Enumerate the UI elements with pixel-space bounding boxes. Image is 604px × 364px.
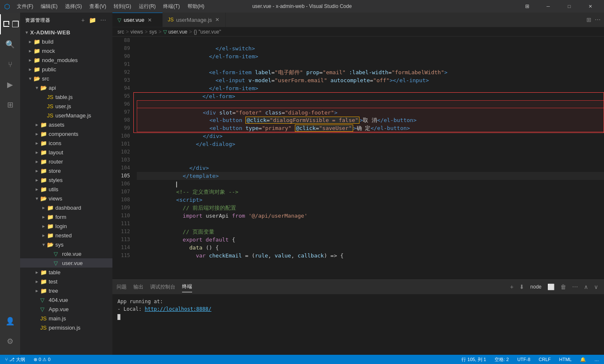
panel-tab-debug[interactable]: 调试控制台 bbox=[150, 282, 175, 292]
more-tab-actions-btn[interactable]: ⋯ bbox=[595, 16, 601, 23]
tree-item-table-js[interactable]: JS table.js bbox=[20, 92, 112, 101]
menu-run[interactable]: 运行(R) bbox=[135, 2, 159, 11]
code-content[interactable]: </el-switch> </el-form-item> <el-form-it… bbox=[133, 36, 604, 279]
tree-item-assets[interactable]: ► 📁 assets bbox=[20, 120, 112, 129]
more-actions-btn[interactable]: ⋯ bbox=[99, 16, 107, 24]
panel-trash-btn[interactable]: 🗑 bbox=[559, 283, 568, 291]
split-editor-btn[interactable]: ⊞ bbox=[586, 16, 591, 23]
status-position[interactable]: 行 105, 列 1 bbox=[460, 355, 488, 364]
menu-file[interactable]: 文件(F) bbox=[13, 2, 36, 11]
menu-help[interactable]: 帮助(H) bbox=[184, 2, 208, 11]
window-close-btn[interactable]: ✕ bbox=[581, 0, 600, 13]
tree-item-usermanage-js[interactable]: JS userManage.js bbox=[20, 111, 112, 120]
tab-close-user-vue[interactable]: ✕ bbox=[147, 16, 153, 24]
js-icon-user: JS bbox=[47, 103, 54, 109]
activity-explorer[interactable]: ❐ bbox=[0, 14, 20, 34]
chevron-build: ► bbox=[27, 39, 34, 44]
line-num-104: 104 bbox=[121, 164, 130, 172]
activity-git[interactable]: ⑂ bbox=[0, 55, 20, 75]
panel-tab-output[interactable]: 输出 bbox=[133, 282, 143, 292]
terminal-localhost-link[interactable]: http://localhost:8888/ bbox=[145, 306, 211, 312]
tab-close-usermanage[interactable]: ✕ bbox=[214, 16, 220, 23]
tree-item-form[interactable]: ► 📁 form bbox=[20, 212, 112, 221]
tree-item-views[interactable]: ▼ 📂 views bbox=[20, 194, 112, 203]
tree-item-404-vue[interactable]: ▽ 404.vue bbox=[20, 295, 112, 304]
window-layouts-btn[interactable]: ⊞ bbox=[518, 0, 537, 13]
menu-terminal[interactable]: 终端(T) bbox=[160, 2, 183, 11]
status-notification[interactable]: … bbox=[593, 355, 601, 364]
new-folder-btn[interactable]: 📁 bbox=[88, 16, 97, 24]
vue-icon-role: ▽ bbox=[54, 251, 60, 257]
breadcrumb-views[interactable]: views bbox=[130, 29, 143, 35]
tree-item-public[interactable]: ► 📁 public bbox=[20, 65, 112, 74]
tab-label-user-vue: user.vue bbox=[124, 17, 144, 23]
folder-icon-test: 📁 bbox=[40, 278, 47, 285]
status-branch[interactable]: ⑂ ⎇ 大纲 bbox=[3, 355, 27, 364]
tree-root[interactable]: ▼ X-ADMIN-WEB bbox=[20, 28, 112, 37]
tree-item-tree[interactable]: ► 📁 tree bbox=[20, 286, 112, 295]
panel-up-btn[interactable]: ∧ bbox=[582, 283, 590, 291]
tree-item-main-js[interactable]: JS main.js bbox=[20, 314, 112, 323]
tree-item-build[interactable]: ► 📁 build bbox=[20, 37, 112, 46]
tree-item-sys[interactable]: ▼ 📂 sys bbox=[20, 240, 112, 249]
tree-item-store[interactable]: ► 📁 store bbox=[20, 166, 112, 175]
tree-item-icons[interactable]: ► 📁 icons bbox=[20, 138, 112, 148]
tree-item-utils[interactable]: ► 📁 utils bbox=[20, 185, 112, 194]
tree-item-app-vue[interactable]: ▽ App.vue bbox=[20, 304, 112, 314]
tree-item-user-js[interactable]: JS user.js bbox=[20, 101, 112, 111]
tree-item-layout[interactable]: ► 📁 layout bbox=[20, 148, 112, 157]
panel-tab-problems[interactable]: 问题 bbox=[117, 282, 127, 292]
tree-item-test[interactable]: ► 📁 test bbox=[20, 277, 112, 286]
breadcrumb-src[interactable]: src bbox=[117, 29, 124, 35]
tab-user-vue[interactable]: ▽ user.vue ✕ bbox=[112, 13, 163, 27]
activity-settings[interactable]: ⚙ bbox=[0, 331, 20, 351]
tree-item-api[interactable]: ▼ 📂 api bbox=[20, 83, 112, 92]
tree-item-node-modules[interactable]: ► 📁 node_modules bbox=[20, 55, 112, 65]
menu-view[interactable]: 查看(V) bbox=[86, 2, 109, 11]
panel-tab-terminal[interactable]: 终端 bbox=[182, 281, 192, 292]
menu-edit[interactable]: 编辑(E) bbox=[37, 2, 61, 11]
breadcrumb-sys[interactable]: sys bbox=[149, 29, 157, 35]
tree-item-user-vue[interactable]: ▽ user.vue bbox=[20, 258, 112, 268]
chevron-api: ▼ bbox=[34, 86, 40, 90]
activity-extensions[interactable]: ⊞ bbox=[0, 95, 20, 115]
panel-more-btn[interactable]: ⋯ bbox=[570, 283, 580, 291]
tree-item-login[interactable]: ► 📁 login bbox=[20, 221, 112, 231]
panel-split-btn[interactable]: ⬇ bbox=[518, 283, 526, 291]
activity-debug[interactable]: ▶ bbox=[0, 75, 20, 95]
status-eol[interactable]: CRLF bbox=[537, 355, 552, 364]
menu-goto[interactable]: 转到(G) bbox=[110, 2, 134, 11]
tree-item-router[interactable]: ► 📁 router bbox=[20, 157, 112, 166]
tree-item-mock[interactable]: ► 📁 mock bbox=[20, 46, 112, 55]
tree-item-styles[interactable]: ► 📁 styles bbox=[20, 175, 112, 185]
activity-search[interactable]: 🔍 bbox=[0, 34, 20, 55]
tree-item-nested[interactable]: ► 📁 nested bbox=[20, 231, 112, 240]
status-errors[interactable]: ⊗ 0 ⚠ 0 bbox=[32, 355, 52, 364]
label-permission-js: permission.js bbox=[49, 325, 81, 331]
menu-select[interactable]: 选择(S) bbox=[62, 2, 85, 11]
breadcrumb-symbol[interactable]: {} "user.vue" bbox=[194, 29, 221, 35]
window-minimize-btn[interactable]: ─ bbox=[539, 0, 558, 13]
tree-item-table-folder[interactable]: ► 📁 table bbox=[20, 268, 112, 277]
tree-item-role-vue[interactable]: ▽ role.vue bbox=[20, 249, 112, 258]
line-num-103: 103 bbox=[121, 156, 130, 164]
panel-close-btn[interactable]: ∨ bbox=[592, 283, 600, 291]
line-num-98: 98 bbox=[124, 116, 130, 124]
tree-item-components[interactable]: ► 📁 components bbox=[20, 129, 112, 138]
activity-account[interactable]: 👤 bbox=[0, 311, 20, 331]
window-restore-btn[interactable]: □ bbox=[560, 0, 579, 13]
panel-add-btn[interactable]: + bbox=[508, 283, 515, 291]
terminal-content[interactable]: App running at: - Local: http://localhos… bbox=[112, 294, 604, 355]
breadcrumb-file[interactable]: ▽ user.vue bbox=[163, 29, 187, 35]
status-encoding[interactable]: UTF-8 bbox=[515, 355, 532, 364]
tree-item-dashboard[interactable]: ► 📁 dashboard bbox=[20, 203, 112, 212]
status-language[interactable]: HTML bbox=[557, 355, 573, 364]
panel-layout-btn[interactable]: ⬜ bbox=[546, 283, 556, 291]
new-file-btn[interactable]: + bbox=[80, 16, 86, 24]
chevron-public: ► bbox=[27, 67, 34, 72]
status-feedback[interactable]: 🔔 bbox=[578, 355, 588, 364]
tab-usermanage-js[interactable]: JS userManage.js ✕ bbox=[163, 13, 226, 27]
tree-item-src[interactable]: ▼ 📂 src bbox=[20, 74, 112, 83]
tree-item-permission-js[interactable]: JS permission.js bbox=[20, 323, 112, 332]
status-indent[interactable]: 空格: 2 bbox=[493, 355, 510, 364]
